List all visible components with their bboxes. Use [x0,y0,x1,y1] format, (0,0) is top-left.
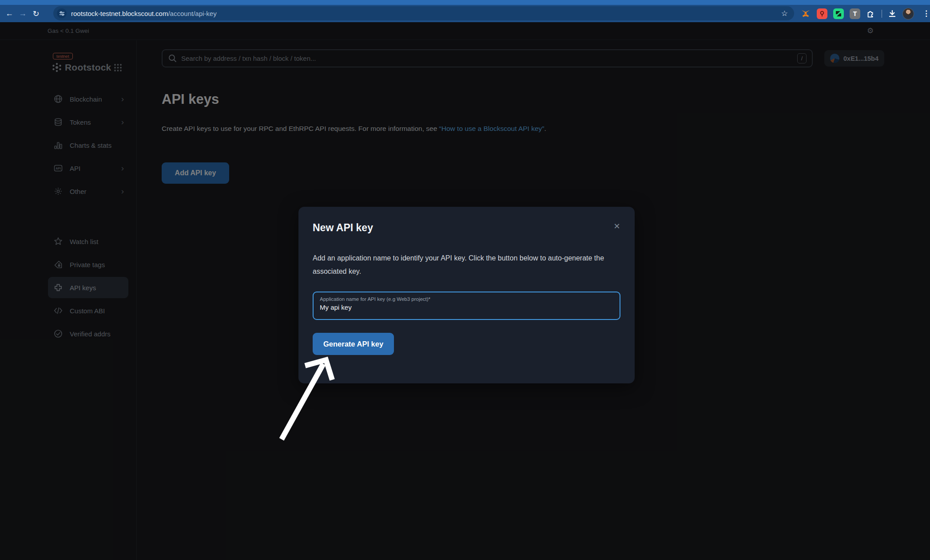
browser-profile-avatar[interactable] [902,8,914,20]
t-extension-icon[interactable]: T [850,8,860,19]
refresh-icon[interactable]: ↻ [29,9,43,19]
modal-title: New API key [313,222,620,234]
url-text: rootstock-testnet.blockscout.com/account… [71,10,217,17]
browser-menu-icon[interactable]: ⋮ [920,9,930,18]
green-extension-icon[interactable] [833,8,844,19]
close-icon[interactable]: ✕ [610,219,624,233]
page: Gas < 0.1 Gwei ⚙ testnet Rootstock Block… [0,22,930,560]
application-name-field[interactable]: Application name for API key (e.g Web3 p… [313,292,620,320]
metamask-fox-icon[interactable] [800,8,811,19]
forward-icon[interactable]: → [16,9,29,18]
application-name-label: Application name for API key (e.g Web3 p… [320,296,613,302]
screen: ← → ↻ rootstock-testnet.blockscout.com/a… [0,0,930,560]
bookmark-star-icon[interactable]: ☆ [781,9,788,18]
address-bar[interactable]: rootstock-testnet.blockscout.com/account… [53,6,794,20]
generate-api-key-button[interactable]: Generate API key [313,333,394,355]
toolbar-divider [882,10,882,18]
back-icon[interactable]: ← [3,9,16,18]
url-path: /account/api-key [168,10,216,17]
application-name-input[interactable] [320,304,613,311]
modal-description: Add an application name to identify your… [313,252,610,278]
red-extension-icon[interactable] [817,8,827,19]
extensions-row: T ⋮ [800,5,930,22]
browser-frame-strip [0,0,930,5]
downloads-icon[interactable] [888,9,897,18]
site-settings-icon[interactable] [57,8,67,18]
extensions-puzzle-icon[interactable] [866,9,876,19]
new-api-key-modal: New API key ✕ Add an application name to… [298,207,635,383]
browser-chrome: ← → ↻ rootstock-testnet.blockscout.com/a… [0,0,930,22]
url-domain: rootstock-testnet.blockscout.com [71,10,168,17]
browser-toolbar: ← → ↻ rootstock-testnet.blockscout.com/a… [0,5,930,22]
